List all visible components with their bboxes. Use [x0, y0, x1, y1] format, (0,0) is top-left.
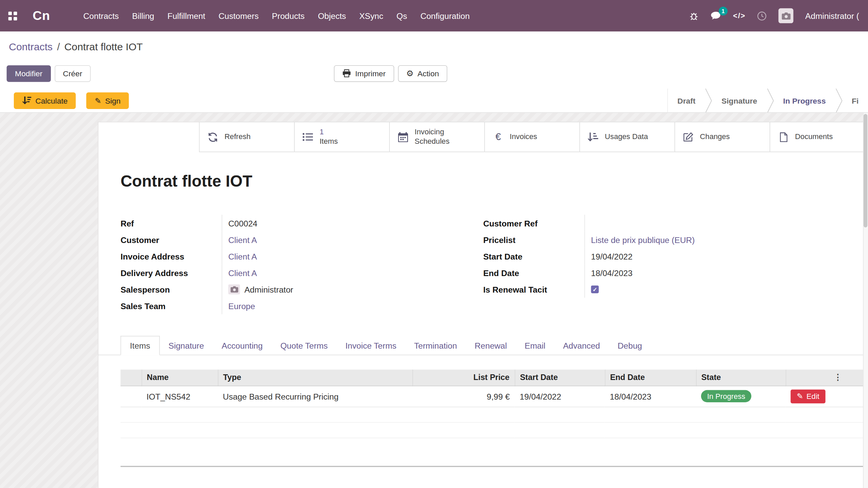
field-link[interactable]: Liste de prix publique (EUR) — [591, 235, 695, 244]
empty-row — [120, 422, 865, 438]
breadcrumb-parent[interactable]: Contracts — [9, 41, 53, 53]
topbar: Cn ContractsBillingFulfillmentCustomersP… — [0, 0, 868, 31]
tab-accounting[interactable]: Accounting — [213, 336, 271, 355]
calculate-button[interactable]: Calculate — [14, 92, 76, 109]
smart-button-invoicing-schedules[interactable]: Invoicing Schedules — [389, 122, 485, 152]
field-text: 18/04/2023 — [591, 268, 633, 277]
menu-configuration[interactable]: Configuration — [414, 0, 476, 31]
sign-button[interactable]: ✎ Sign — [86, 92, 129, 109]
field-label: End Date — [483, 265, 584, 281]
create-button[interactable]: Créer — [55, 65, 91, 82]
messages-icon[interactable]: 1 — [711, 11, 722, 21]
field-text: 19/04/2022 — [591, 251, 633, 261]
field-value: Administrator — [222, 281, 474, 298]
menu-fulfillment[interactable]: Fulfillment — [161, 0, 212, 31]
smart-button-label: Invoices — [510, 132, 537, 142]
field-label: Start Date — [483, 248, 584, 264]
tab-email[interactable]: Email — [516, 336, 554, 355]
smart-button-refresh[interactable]: Refresh — [199, 122, 295, 152]
column-header-state[interactable]: State — [696, 370, 786, 386]
tab-signature[interactable]: Signature — [160, 336, 213, 355]
print-button[interactable]: Imprimer — [334, 65, 394, 82]
action-button[interactable]: ⚙ Action — [398, 65, 447, 82]
status-step-fi[interactable]: Fi — [842, 88, 868, 112]
activities-clock-icon[interactable] — [757, 11, 767, 21]
record-sheet: Refresh1ItemsInvoicing Schedules€Invoice… — [98, 122, 868, 488]
edit-button[interactable]: Modifier — [7, 65, 51, 82]
avatar-placeholder-icon — [228, 284, 240, 295]
breadcrumb-current: Contrat flotte IOT — [64, 41, 143, 53]
tab-renewal[interactable]: Renewal — [466, 336, 516, 355]
field-group-right: Customer RefPricelistListe de prix publi… — [483, 215, 846, 314]
tab-quote-terms[interactable]: Quote Terms — [271, 336, 337, 355]
smart-button-label: Items — [320, 137, 338, 146]
field-row-ref: RefC00024 — [120, 215, 474, 231]
row-edit-button[interactable]: ✎Edit — [790, 389, 825, 403]
developer-code-icon[interactable]: </> — [733, 11, 746, 20]
status-toolbar: Calculate ✎ Sign DraftSignatureIn Progre… — [0, 88, 868, 113]
checkbox-checked[interactable]: ✓ — [591, 286, 599, 293]
tab-debug[interactable]: Debug — [609, 336, 651, 355]
table-row[interactable]: IOT_NS542Usage Based Recurring Pricing9,… — [120, 386, 865, 407]
menu-billing[interactable]: Billing — [125, 0, 161, 31]
column-header-type[interactable]: Type — [218, 370, 412, 386]
menu-customers[interactable]: Customers — [212, 0, 265, 31]
cell-action: ✎Edit — [786, 386, 865, 407]
field-value: 19/04/2022 — [584, 248, 846, 264]
field-link[interactable]: Client A — [228, 268, 257, 277]
user-avatar[interactable] — [779, 8, 793, 23]
calculate-button-label: Calculate — [35, 96, 68, 105]
smart-button-documents[interactable]: Documents — [770, 122, 865, 152]
menu-qs[interactable]: Qs — [390, 0, 414, 31]
column-header-name[interactable]: Name — [142, 370, 218, 386]
field-groups: RefC00024CustomerClient AInvoice Address… — [120, 215, 846, 314]
column-header-list-price[interactable]: List Price — [412, 370, 515, 386]
smart-button-value: 1 — [320, 128, 338, 137]
status-step-in-progress[interactable]: In Progress — [774, 88, 835, 112]
apps-grid-icon[interactable] — [8, 10, 18, 21]
field-link[interactable]: Europe — [228, 301, 255, 311]
tab-items[interactable]: Items — [120, 336, 160, 355]
menu-xsync[interactable]: XSync — [353, 0, 390, 31]
menu-contracts[interactable]: Contracts — [77, 0, 125, 31]
refresh-icon — [207, 132, 219, 142]
tab-invoice-terms[interactable]: Invoice Terms — [337, 336, 405, 355]
table-header-row: NameTypeList PriceStart DateEnd DateStat… — [120, 370, 865, 386]
status-step-draft[interactable]: Draft — [668, 88, 705, 112]
smart-button-info: Changes — [700, 132, 730, 142]
kebab-menu-icon[interactable]: ⋮ — [834, 373, 842, 382]
status-step-signature[interactable]: Signature — [712, 88, 767, 112]
field-link[interactable]: Client A — [228, 251, 257, 261]
menu-products[interactable]: Products — [265, 0, 311, 31]
scrollbar-thumb[interactable] — [864, 114, 867, 227]
breadcrumb: Contracts / Contrat flotte IOT — [0, 31, 868, 62]
cell-start-date: 19/04/2022 — [515, 386, 605, 407]
state-badge: In Progress — [701, 390, 751, 402]
items-list: NameTypeList PriceStart DateEnd DateStat… — [120, 370, 865, 467]
field-link[interactable]: Client A — [228, 235, 257, 244]
field-row-customer: CustomerClient A — [120, 231, 474, 248]
tab-advanced[interactable]: Advanced — [554, 336, 609, 355]
tab-termination[interactable]: Termination — [405, 336, 466, 355]
app-logo[interactable]: Cn — [33, 8, 50, 23]
list-icon — [302, 132, 314, 142]
smart-button-items[interactable]: 1Items — [294, 122, 390, 152]
smart-button-usages-data[interactable]: Usages Data — [579, 122, 675, 152]
field-row-salesperson: SalespersonAdministrator — [120, 281, 474, 298]
scrollbar[interactable] — [863, 113, 868, 488]
column-header-start-date[interactable]: Start Date — [515, 370, 605, 386]
smart-button-info: Invoices — [510, 132, 537, 142]
column-header-blank[interactable] — [120, 370, 141, 386]
menu-objects[interactable]: Objects — [311, 0, 353, 31]
smart-button-invoices[interactable]: €Invoices — [484, 122, 580, 152]
bug-icon[interactable] — [689, 11, 699, 21]
column-header-end-date[interactable]: End Date — [605, 370, 696, 386]
smart-button-changes[interactable]: Changes — [674, 122, 770, 152]
smart-button-info: Usages Data — [605, 132, 648, 142]
field-label: Invoice Address — [120, 248, 222, 264]
field-group-left: RefC00024CustomerClient AInvoice Address… — [120, 215, 474, 314]
column-header-blank[interactable]: ⋮ — [786, 370, 865, 386]
topbar-right: 1 </> Administrator ( — [689, 8, 859, 23]
user-menu[interactable]: Administrator ( — [805, 11, 859, 21]
field-label: Is Renewal Tacit — [483, 281, 584, 298]
